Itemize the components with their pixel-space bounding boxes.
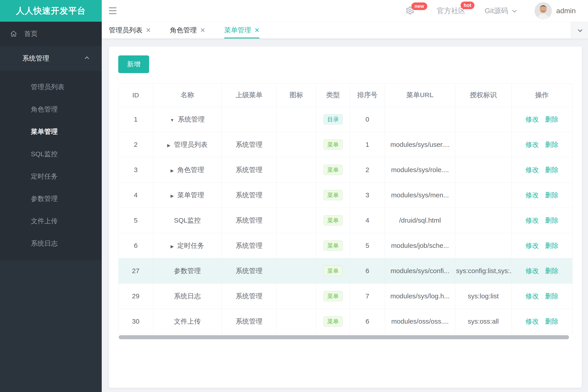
tab-menu-mgmt[interactable]: 菜单管理× — [224, 22, 259, 38]
delete-link[interactable]: 删除 — [545, 166, 558, 174]
close-icon[interactable]: × — [200, 26, 205, 34]
column-header: 操作 — [511, 84, 572, 107]
cell-id: 27 — [119, 258, 153, 284]
type-badge: 菜单 — [323, 291, 343, 301]
column-header: 授权标识 — [455, 84, 511, 107]
expand-icon[interactable]: ▶ — [171, 168, 174, 173]
type-badge: 菜单 — [323, 190, 343, 200]
cell-parent: 系统管理 — [222, 157, 277, 182]
edit-link[interactable]: 修改 — [525, 292, 539, 300]
sidebar-group-system[interactable]: 系统管理 — [0, 46, 102, 71]
edit-link[interactable]: 修改 — [525, 141, 539, 148]
menu-name-label: 菜单管理 — [177, 191, 204, 199]
type-badge: 菜单 — [323, 266, 343, 276]
cell-actions: 修改删除 — [511, 208, 572, 233]
menu-name-label: 系统管理 — [178, 116, 205, 123]
sidebar-item-scheduled-tasks[interactable]: 定时任务 — [0, 165, 102, 188]
type-badge: 菜单 — [323, 215, 343, 226]
cell-order: 5 — [350, 233, 385, 258]
column-header: 上级菜单 — [222, 84, 277, 107]
edit-link[interactable]: 修改 — [525, 242, 539, 249]
sidebar-item-admin-list[interactable]: 管理员列表 — [0, 76, 102, 98]
edit-link[interactable]: 修改 — [525, 166, 539, 174]
chevron-up-icon — [85, 56, 89, 61]
app-logo: 人人快速开发平台 — [0, 0, 102, 22]
cell-icon — [277, 258, 316, 284]
cell-parent: 系统管理 — [222, 132, 277, 157]
cell-url: modules/sys/men... — [385, 182, 455, 208]
sidebar-toggle-button[interactable] — [109, 8, 117, 14]
sidebar-item-system-log[interactable]: 系统日志 — [0, 232, 102, 254]
tab-role-mgmt[interactable]: 角色管理× — [170, 22, 205, 38]
column-header: 类型 — [316, 84, 350, 107]
tab-list-dropdown-button[interactable] — [571, 22, 588, 39]
cell-id: 5 — [119, 208, 153, 233]
table-header-row: ID名称上级菜单图标类型排序号菜单URL授权标识操作 — [119, 84, 572, 107]
sidebar-item-file-upload[interactable]: 文件上传 — [0, 210, 102, 232]
type-badge: 菜单 — [323, 165, 343, 175]
delete-link[interactable]: 删除 — [545, 267, 558, 274]
cell-actions: 修改删除 — [511, 309, 572, 334]
menu-name-label: 文件上传 — [174, 318, 201, 325]
horizontal-scrollbar-thumb[interactable] — [119, 335, 569, 339]
cell-auth: sys:config:list,sys:... — [455, 258, 511, 284]
cell-order: 6 — [350, 258, 385, 284]
settings-gear-button[interactable]: new — [406, 6, 414, 16]
edit-link[interactable]: 修改 — [525, 318, 539, 325]
close-icon[interactable]: × — [255, 26, 259, 34]
content-card: 新增 ID名称上级菜单图标类型排序号菜单URL授权标识操作 1▼系统管理目录0修… — [109, 46, 582, 388]
community-link[interactable]: 官方社区 hot — [437, 6, 465, 16]
table-row: 27参数管理系统管理菜单6modules/sys/confi...sys:con… — [119, 258, 572, 284]
delete-link[interactable]: 删除 — [545, 191, 558, 199]
cell-icon — [277, 208, 316, 233]
column-header: 图标 — [277, 84, 316, 107]
hot-badge: hot — [460, 2, 474, 9]
edit-link[interactable]: 修改 — [525, 267, 539, 274]
table-row: 1▼系统管理目录0修改删除 — [119, 107, 572, 132]
cell-order: 7 — [350, 284, 385, 309]
close-icon[interactable]: × — [146, 26, 151, 34]
delete-link[interactable]: 删除 — [545, 318, 558, 325]
new-badge: new — [411, 2, 427, 10]
sidebar-item-param-mgmt[interactable]: 参数管理 — [0, 188, 102, 210]
delete-link[interactable]: 删除 — [545, 141, 558, 148]
avatar[interactable] — [534, 2, 552, 20]
expand-icon[interactable]: ▶ — [167, 143, 171, 148]
menu-name-label: SQL监控 — [174, 216, 201, 224]
edit-link[interactable]: 修改 — [525, 116, 539, 123]
edit-link[interactable]: 修改 — [525, 191, 539, 199]
cell-auth — [455, 182, 511, 208]
git-source-dropdown[interactable]: Git源码 — [485, 6, 515, 16]
top-bar: 人人快速开发平台 new 官方社区 hot Git源码 — [0, 0, 588, 22]
delete-link[interactable]: 删除 — [545, 292, 558, 300]
cell-auth — [455, 132, 511, 157]
sidebar-item-home[interactable]: 首页 — [0, 22, 102, 46]
user-menu[interactable]: admin — [534, 2, 576, 20]
menu-name-label: 系统日志 — [174, 292, 201, 300]
sidebar-submenu: 管理员列表角色管理菜单管理SQL监控定时任务参数管理文件上传系统日志 — [0, 71, 102, 260]
horizontal-scrollbar[interactable] — [118, 335, 572, 340]
type-badge: 菜单 — [323, 316, 343, 326]
cell-type: 菜单 — [316, 157, 350, 182]
sidebar-item-sql-monitor[interactable]: SQL监控 — [0, 143, 102, 165]
edit-link[interactable]: 修改 — [525, 216, 539, 224]
expand-icon[interactable]: ▶ — [171, 194, 174, 198]
table-row: 5SQL监控系统管理菜单4/druid/sql.html修改删除 — [119, 208, 572, 233]
cell-url: modules/sys/role.... — [385, 157, 455, 182]
type-badge: 菜单 — [323, 140, 343, 150]
sidebar-item-menu-mgmt[interactable]: 菜单管理 — [0, 120, 102, 143]
delete-link[interactable]: 删除 — [545, 216, 558, 224]
cell-parent: 系统管理 — [222, 233, 277, 258]
delete-link[interactable]: 删除 — [545, 242, 558, 249]
add-button[interactable]: 新增 — [118, 56, 149, 73]
delete-link[interactable]: 删除 — [545, 116, 558, 123]
menu-name-label: 参数管理 — [174, 267, 201, 274]
avatar-image — [534, 2, 552, 20]
sidebar-item-role-mgmt[interactable]: 角色管理 — [0, 98, 102, 120]
cell-id: 2 — [119, 132, 153, 157]
cell-type: 菜单 — [316, 182, 350, 208]
expand-icon[interactable]: ▶ — [171, 244, 174, 249]
tab-admin-list[interactable]: 管理员列表× — [109, 22, 151, 38]
collapse-icon[interactable]: ▼ — [170, 118, 174, 122]
cell-id: 30 — [119, 309, 153, 334]
